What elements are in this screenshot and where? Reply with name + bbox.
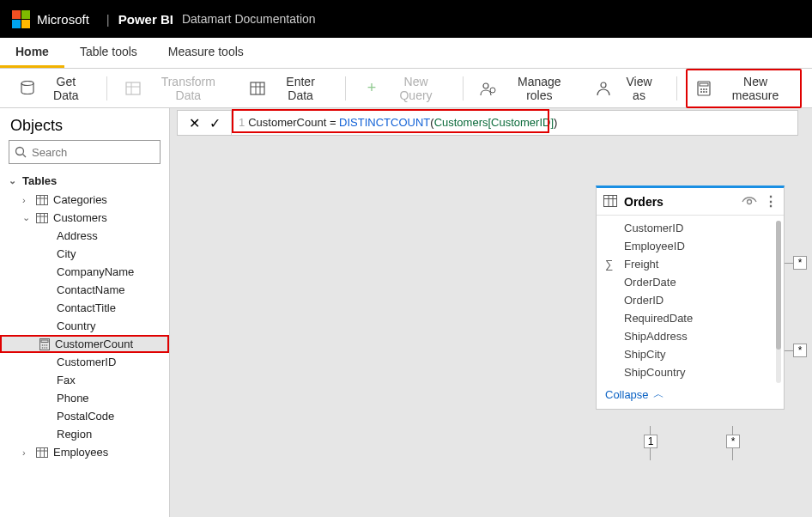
new-query-label: New Query — [387, 75, 445, 102]
new-measure-button[interactable]: New measure — [686, 69, 802, 108]
table-card-orders[interactable]: Orders ⋮ CustomerID EmployeeID ∑Freight … — [596, 186, 785, 410]
field-order-id[interactable]: OrderID — [597, 291, 784, 309]
cardinality-many: * — [793, 344, 807, 357]
measure-customer-count[interactable]: CustomerCount — [0, 335, 169, 353]
tab-table-tools[interactable]: Table tools — [64, 38, 153, 68]
tables-group[interactable]: ⌄ Tables — [0, 171, 169, 191]
commit-formula-button[interactable]: ✓ — [205, 113, 224, 132]
field-country[interactable]: Country — [0, 317, 169, 335]
field-contact-title[interactable]: ContactTitle — [0, 299, 169, 317]
field-contact-name[interactable]: ContactName — [0, 281, 169, 299]
tables-label: Tables — [22, 174, 57, 187]
svg-point-32 — [44, 344, 45, 346]
measure-label: CustomerCount — [55, 338, 133, 350]
svg-point-14 — [703, 88, 705, 90]
field-required-date[interactable]: RequiredDate — [597, 309, 784, 327]
field-freight[interactable]: ∑Freight — [597, 255, 784, 273]
table-label: Categories — [53, 193, 107, 206]
svg-rect-41 — [604, 195, 617, 206]
field-customer-id[interactable]: CustomerID — [597, 219, 784, 237]
search-input[interactable] — [32, 146, 155, 159]
svg-point-35 — [44, 347, 45, 349]
scrollbar[interactable] — [776, 221, 781, 383]
visibility-icon[interactable] — [742, 197, 757, 207]
svg-point-9 — [490, 88, 495, 93]
table-categories[interactable]: › Categories — [0, 191, 169, 209]
database-icon — [19, 81, 36, 96]
enter-data-button[interactable]: Enter Data — [240, 70, 336, 106]
app-header: Microsoft | Power BI Datamart Documentat… — [0, 0, 812, 38]
table-customers[interactable]: ⌄ Customers — [0, 209, 169, 227]
field-list: CustomerID EmployeeID ∑Freight OrderDate… — [597, 216, 784, 409]
model-canvas[interactable]: ✕ ✓ 1CustomerCount = DISTINCTCOUNT(Custo… — [170, 108, 812, 517]
field-ship-city[interactable]: ShipCity — [597, 345, 784, 363]
field-phone[interactable]: Phone — [0, 389, 169, 407]
separator — [106, 76, 107, 100]
svg-rect-37 — [37, 447, 48, 457]
field-customer-id[interactable]: CustomerID — [0, 353, 169, 371]
cardinality-one: 1 — [644, 435, 657, 448]
svg-rect-4 — [251, 82, 264, 94]
search-input-wrap[interactable] — [9, 140, 161, 164]
cancel-formula-button[interactable]: ✕ — [185, 113, 203, 132]
svg-rect-25 — [37, 213, 48, 222]
svg-point-16 — [700, 91, 702, 93]
field-ship-country[interactable]: ShipCountry — [597, 363, 784, 381]
collapse-link[interactable]: Collapse ︿ — [597, 381, 784, 407]
table-icon — [36, 447, 48, 458]
manage-roles-label: Manage roles — [504, 75, 574, 102]
svg-rect-30 — [41, 340, 48, 343]
svg-point-31 — [42, 344, 44, 346]
chevron-down-icon: ⌄ — [9, 175, 17, 186]
object-tree: ⌄ Tables › Categories ⌄ Customers Addres… — [0, 171, 169, 461]
svg-line-20 — [23, 155, 27, 158]
person-icon — [595, 81, 612, 96]
ribbon: Get Data Transform Data Enter Data + New… — [0, 69, 812, 108]
field-postal-code[interactable]: PostalCode — [0, 407, 169, 425]
table-employees[interactable]: › Employees — [0, 443, 169, 461]
manage-roles-button[interactable]: Manage roles — [471, 70, 583, 106]
svg-rect-21 — [37, 195, 48, 204]
new-measure-label: New measure — [719, 75, 791, 102]
svg-point-19 — [16, 148, 24, 155]
roles-icon — [480, 81, 497, 96]
more-icon[interactable]: ⋮ — [764, 193, 777, 210]
field-region[interactable]: Region — [0, 425, 169, 443]
table-label: Customers — [53, 211, 107, 224]
chevron-down-icon: ⌄ — [22, 212, 31, 223]
svg-point-34 — [42, 347, 44, 349]
enter-data-label: Enter Data — [273, 75, 328, 102]
transform-data-button[interactable]: Transform Data — [116, 70, 237, 106]
field-ship-address[interactable]: ShipAddress — [597, 327, 784, 345]
calculator-icon — [696, 81, 712, 96]
card-title: Orders — [624, 195, 735, 209]
view-as-button[interactable]: View as — [586, 70, 668, 106]
objects-title: Objects — [0, 108, 169, 140]
field-fax[interactable]: Fax — [0, 371, 169, 389]
view-as-label: View as — [619, 75, 659, 102]
field-company-name[interactable]: CompanyName — [0, 263, 169, 281]
chevron-right-icon: › — [22, 447, 31, 458]
field-order-date[interactable]: OrderDate — [597, 273, 784, 291]
chevron-right-icon: › — [22, 195, 31, 205]
transform-icon — [124, 81, 142, 96]
objects-panel: Objects ⌄ Tables › Categories ⌄ — [0, 108, 170, 517]
tab-home[interactable]: Home — [0, 38, 64, 68]
field-city[interactable]: City — [0, 245, 169, 263]
sigma-icon: ∑ — [605, 258, 613, 271]
field-employee-id[interactable]: EmployeeID — [597, 237, 784, 255]
new-query-button[interactable]: + New Query — [354, 70, 453, 106]
table-icon — [36, 195, 48, 205]
separator — [345, 76, 346, 100]
svg-point-33 — [46, 344, 48, 346]
svg-point-18 — [706, 91, 707, 93]
formula-input[interactable]: 1CustomerCount = DISTINCTCOUNT(Customers… — [232, 116, 797, 130]
tab-measure-tools[interactable]: Measure tools — [153, 38, 259, 68]
svg-point-0 — [21, 81, 33, 85]
svg-point-13 — [700, 88, 702, 90]
svg-point-10 — [601, 82, 606, 88]
field-address[interactable]: Address — [0, 227, 169, 245]
svg-rect-12 — [700, 83, 708, 86]
get-data-button[interactable]: Get Data — [10, 70, 98, 106]
ribbon-tabs: Home Table tools Measure tools — [0, 38, 812, 69]
